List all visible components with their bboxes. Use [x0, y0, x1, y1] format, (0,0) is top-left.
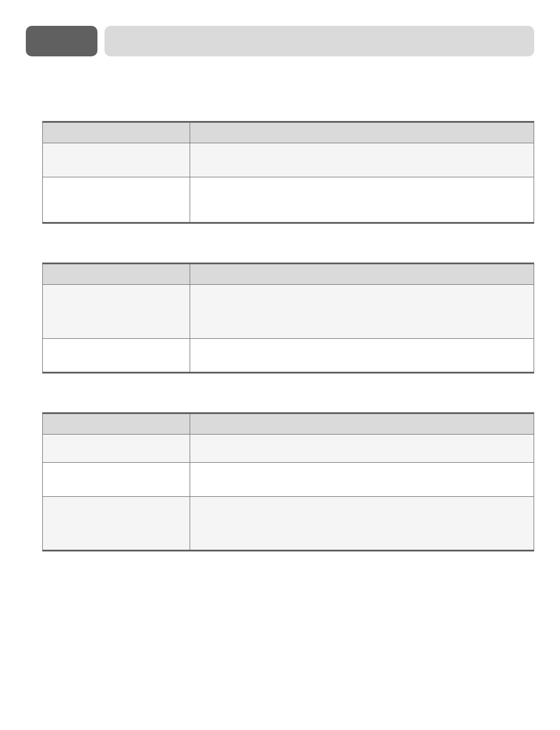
table-cell	[190, 143, 534, 177]
table-col-header	[43, 264, 190, 285]
table-cell	[43, 339, 190, 373]
gap	[42, 224, 534, 263]
table-cell	[190, 497, 534, 551]
table-col-header	[190, 264, 534, 285]
table-col-header	[43, 122, 190, 143]
table-header-row	[43, 264, 534, 285]
table-b	[42, 263, 534, 374]
table-row	[43, 463, 534, 497]
table-row	[43, 143, 534, 177]
table-row	[43, 497, 534, 551]
table-c	[42, 412, 534, 551]
header-title-block	[104, 26, 534, 56]
gap	[42, 374, 534, 412]
table-cell	[190, 463, 534, 497]
table-header-row	[43, 413, 534, 435]
table-cell	[43, 285, 190, 339]
table-cell	[43, 177, 190, 223]
table-col-header	[190, 122, 534, 143]
content	[26, 121, 534, 551]
table-cell	[190, 339, 534, 373]
table-cell	[190, 435, 534, 463]
table-row	[43, 285, 534, 339]
header-badge	[26, 26, 97, 56]
table-col-header	[190, 413, 534, 435]
table-row	[43, 435, 534, 463]
table-cell	[43, 435, 190, 463]
table-row	[43, 177, 534, 223]
table-cell	[43, 143, 190, 177]
table-col-header	[43, 413, 190, 435]
table-header-row	[43, 122, 534, 143]
header-bar	[26, 26, 534, 56]
table-a	[42, 121, 534, 224]
table-cell	[190, 177, 534, 223]
table-row	[43, 339, 534, 373]
table-cell	[43, 463, 190, 497]
page	[0, 0, 560, 730]
table-cell	[190, 285, 534, 339]
table-cell	[43, 497, 190, 551]
